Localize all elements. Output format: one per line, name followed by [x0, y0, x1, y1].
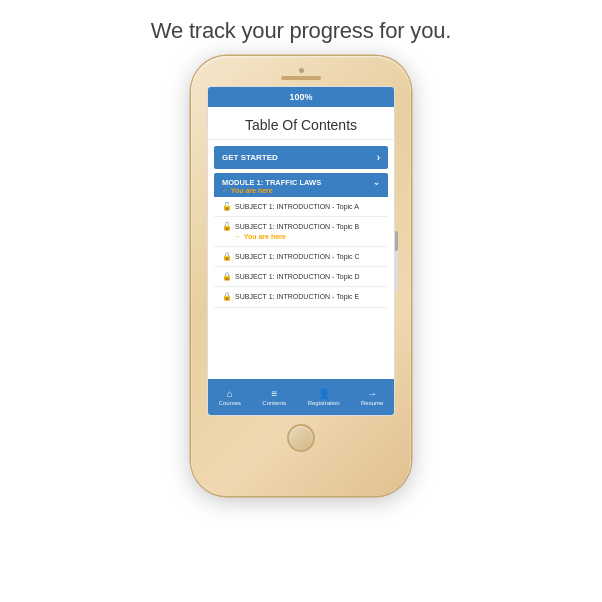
nav-resume-label: Resume: [361, 400, 383, 406]
module-you-are-here: ← You are here: [222, 187, 321, 194]
module-chevron-icon: ⌄: [373, 178, 380, 187]
subject-item-2[interactable]: 🔓 SUBJECT 1: INTRODUCTION - Topic B ← Yo…: [214, 217, 388, 247]
progress-bar: 100%: [208, 87, 394, 107]
nav-contents-label: Contents: [262, 400, 286, 406]
phone-bottom: [287, 424, 315, 452]
lock-icon-4: 🔒: [222, 272, 232, 281]
unlock-icon-1: 🔓: [222, 202, 232, 211]
resume-icon: →: [367, 388, 377, 399]
nav-courses-label: Courses: [219, 400, 241, 406]
lock-icon-5: 🔒: [222, 292, 232, 301]
phone-screen: 100% Table Of Contents GET STARTED › MOD…: [207, 86, 395, 416]
subject-text-1: SUBJECT 1: INTRODUCTION - Topic A: [235, 202, 380, 211]
nav-courses[interactable]: ⌂ Courses: [219, 388, 241, 406]
page-headline: We track your progress for you.: [151, 18, 451, 44]
subject-text-5: SUBJECT 1: INTRODUCTION - Topic E: [235, 292, 380, 301]
bottom-navigation: ⌂ Courses ≡ Contents 👤 Registration → Re…: [208, 379, 394, 415]
module-title: MODULE 1: TRAFFIC LAWS: [222, 178, 321, 187]
arrow-icon: ›: [377, 152, 380, 163]
subject-text-4: SUBJECT 1: INTRODUCTION - Topic D: [235, 272, 380, 281]
toc-title: Table Of Contents: [208, 107, 394, 140]
phone-top-bar: [201, 68, 401, 80]
module-header-left: MODULE 1: TRAFFIC LAWS ← You are here: [222, 178, 321, 194]
speaker-bar: [281, 76, 321, 80]
module-header[interactable]: MODULE 1: TRAFFIC LAWS ← You are here ⌄: [214, 173, 388, 197]
subject-text-2: SUBJECT 1: INTRODUCTION - Topic B ← You …: [235, 222, 380, 241]
subject-item-4[interactable]: 🔒 SUBJECT 1: INTRODUCTION - Topic D: [214, 267, 388, 287]
subject-item-5[interactable]: 🔒 SUBJECT 1: INTRODUCTION - Topic E: [214, 287, 388, 307]
subject-item-3[interactable]: 🔒 SUBJECT 1: INTRODUCTION - Topic C: [214, 247, 388, 267]
get-started-label: GET STARTED: [222, 153, 278, 162]
home-button[interactable]: [287, 424, 315, 452]
subject-text-3: SUBJECT 1: INTRODUCTION - Topic C: [235, 252, 380, 261]
phone-mockup: 100% Table Of Contents GET STARTED › MOD…: [191, 56, 411, 496]
subject-item-1[interactable]: 🔓 SUBJECT 1: INTRODUCTION - Topic A: [214, 197, 388, 217]
nav-registration-label: Registration: [308, 400, 340, 406]
registration-icon: 👤: [318, 388, 330, 399]
get-started-button[interactable]: GET STARTED ›: [214, 146, 388, 169]
camera-dot: [299, 68, 304, 73]
lock-icon-3: 🔒: [222, 252, 232, 261]
contents-icon: ≡: [271, 388, 277, 399]
unlock-icon-2: 🔓: [222, 222, 232, 231]
toc-list: GET STARTED › MODULE 1: TRAFFIC LAWS ← Y…: [208, 140, 394, 379]
progress-text: 100%: [289, 92, 312, 102]
courses-icon: ⌂: [227, 388, 233, 399]
subject-you-are-here-2: ← You are here: [235, 232, 380, 241]
nav-resume[interactable]: → Resume: [361, 388, 383, 406]
nav-registration[interactable]: 👤 Registration: [308, 388, 340, 406]
screen-content: Table Of Contents GET STARTED › MODULE 1…: [208, 107, 394, 379]
scroll-indicator: [395, 231, 398, 291]
scroll-thumb: [395, 231, 398, 251]
nav-contents[interactable]: ≡ Contents: [262, 388, 286, 406]
